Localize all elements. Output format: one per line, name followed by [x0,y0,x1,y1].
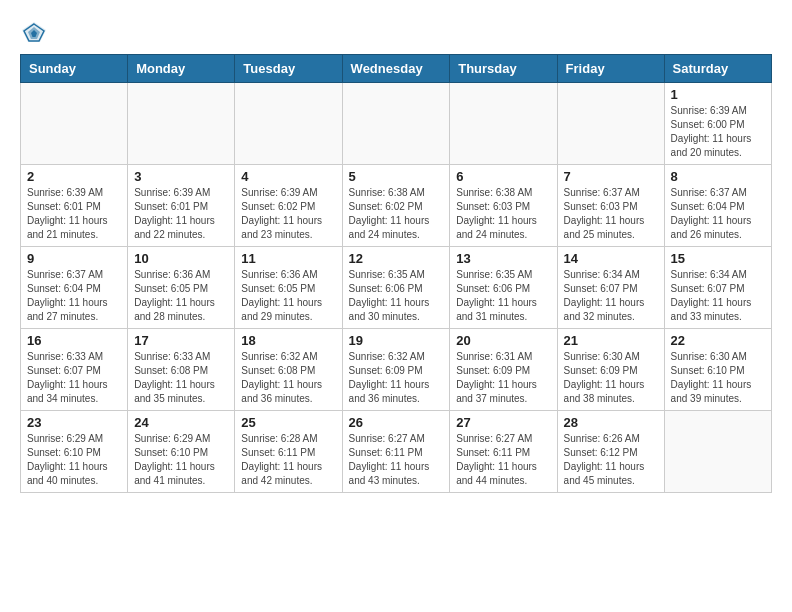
day-info: Sunrise: 6:34 AM Sunset: 6:07 PM Dayligh… [564,268,658,324]
calendar-cell: 3Sunrise: 6:39 AM Sunset: 6:01 PM Daylig… [128,165,235,247]
day-number: 4 [241,169,335,184]
day-info: Sunrise: 6:38 AM Sunset: 6:02 PM Dayligh… [349,186,444,242]
day-info: Sunrise: 6:29 AM Sunset: 6:10 PM Dayligh… [27,432,121,488]
day-info: Sunrise: 6:36 AM Sunset: 6:05 PM Dayligh… [134,268,228,324]
day-number: 3 [134,169,228,184]
weekday-header-sunday: Sunday [21,55,128,83]
calendar-cell: 21Sunrise: 6:30 AM Sunset: 6:09 PM Dayli… [557,329,664,411]
calendar-cell: 7Sunrise: 6:37 AM Sunset: 6:03 PM Daylig… [557,165,664,247]
calendar-cell: 20Sunrise: 6:31 AM Sunset: 6:09 PM Dayli… [450,329,557,411]
day-number: 1 [671,87,765,102]
day-number: 13 [456,251,550,266]
calendar-cell: 2Sunrise: 6:39 AM Sunset: 6:01 PM Daylig… [21,165,128,247]
day-number: 22 [671,333,765,348]
day-number: 9 [27,251,121,266]
calendar-week-2: 2Sunrise: 6:39 AM Sunset: 6:01 PM Daylig… [21,165,772,247]
calendar-cell: 1Sunrise: 6:39 AM Sunset: 6:00 PM Daylig… [664,83,771,165]
day-info: Sunrise: 6:38 AM Sunset: 6:03 PM Dayligh… [456,186,550,242]
day-number: 15 [671,251,765,266]
calendar-cell [128,83,235,165]
day-info: Sunrise: 6:39 AM Sunset: 6:01 PM Dayligh… [134,186,228,242]
weekday-header-thursday: Thursday [450,55,557,83]
day-info: Sunrise: 6:29 AM Sunset: 6:10 PM Dayligh… [134,432,228,488]
day-number: 16 [27,333,121,348]
calendar-week-1: 1Sunrise: 6:39 AM Sunset: 6:00 PM Daylig… [21,83,772,165]
calendar-cell [664,411,771,493]
calendar-cell: 23Sunrise: 6:29 AM Sunset: 6:10 PM Dayli… [21,411,128,493]
calendar-cell: 17Sunrise: 6:33 AM Sunset: 6:08 PM Dayli… [128,329,235,411]
day-info: Sunrise: 6:37 AM Sunset: 6:03 PM Dayligh… [564,186,658,242]
calendar-cell: 11Sunrise: 6:36 AM Sunset: 6:05 PM Dayli… [235,247,342,329]
day-number: 5 [349,169,444,184]
weekday-header-wednesday: Wednesday [342,55,450,83]
day-info: Sunrise: 6:36 AM Sunset: 6:05 PM Dayligh… [241,268,335,324]
day-info: Sunrise: 6:35 AM Sunset: 6:06 PM Dayligh… [349,268,444,324]
page-header [20,20,772,44]
day-info: Sunrise: 6:37 AM Sunset: 6:04 PM Dayligh… [671,186,765,242]
calendar-table: SundayMondayTuesdayWednesdayThursdayFrid… [20,54,772,493]
day-number: 14 [564,251,658,266]
day-info: Sunrise: 6:30 AM Sunset: 6:10 PM Dayligh… [671,350,765,406]
calendar-cell [450,83,557,165]
calendar-cell: 28Sunrise: 6:26 AM Sunset: 6:12 PM Dayli… [557,411,664,493]
day-number: 25 [241,415,335,430]
day-number: 11 [241,251,335,266]
day-number: 26 [349,415,444,430]
calendar-cell [21,83,128,165]
calendar-cell: 13Sunrise: 6:35 AM Sunset: 6:06 PM Dayli… [450,247,557,329]
calendar-week-3: 9Sunrise: 6:37 AM Sunset: 6:04 PM Daylig… [21,247,772,329]
day-info: Sunrise: 6:35 AM Sunset: 6:06 PM Dayligh… [456,268,550,324]
calendar-cell: 25Sunrise: 6:28 AM Sunset: 6:11 PM Dayli… [235,411,342,493]
calendar-cell [235,83,342,165]
day-info: Sunrise: 6:32 AM Sunset: 6:09 PM Dayligh… [349,350,444,406]
calendar-cell: 24Sunrise: 6:29 AM Sunset: 6:10 PM Dayli… [128,411,235,493]
day-number: 21 [564,333,658,348]
day-info: Sunrise: 6:33 AM Sunset: 6:08 PM Dayligh… [134,350,228,406]
calendar-cell: 8Sunrise: 6:37 AM Sunset: 6:04 PM Daylig… [664,165,771,247]
calendar-cell: 15Sunrise: 6:34 AM Sunset: 6:07 PM Dayli… [664,247,771,329]
day-number: 7 [564,169,658,184]
weekday-header-tuesday: Tuesday [235,55,342,83]
weekday-header-monday: Monday [128,55,235,83]
calendar-cell: 26Sunrise: 6:27 AM Sunset: 6:11 PM Dayli… [342,411,450,493]
day-number: 23 [27,415,121,430]
logo [20,20,52,44]
day-info: Sunrise: 6:32 AM Sunset: 6:08 PM Dayligh… [241,350,335,406]
calendar-week-4: 16Sunrise: 6:33 AM Sunset: 6:07 PM Dayli… [21,329,772,411]
day-info: Sunrise: 6:33 AM Sunset: 6:07 PM Dayligh… [27,350,121,406]
logo-icon [20,20,48,44]
calendar-cell: 4Sunrise: 6:39 AM Sunset: 6:02 PM Daylig… [235,165,342,247]
day-number: 24 [134,415,228,430]
day-info: Sunrise: 6:39 AM Sunset: 6:02 PM Dayligh… [241,186,335,242]
weekday-header-friday: Friday [557,55,664,83]
calendar-cell: 6Sunrise: 6:38 AM Sunset: 6:03 PM Daylig… [450,165,557,247]
day-info: Sunrise: 6:37 AM Sunset: 6:04 PM Dayligh… [27,268,121,324]
weekday-header-row: SundayMondayTuesdayWednesdayThursdayFrid… [21,55,772,83]
calendar-cell: 14Sunrise: 6:34 AM Sunset: 6:07 PM Dayli… [557,247,664,329]
weekday-header-saturday: Saturday [664,55,771,83]
calendar-cell: 5Sunrise: 6:38 AM Sunset: 6:02 PM Daylig… [342,165,450,247]
calendar-cell: 22Sunrise: 6:30 AM Sunset: 6:10 PM Dayli… [664,329,771,411]
day-number: 12 [349,251,444,266]
calendar-cell: 27Sunrise: 6:27 AM Sunset: 6:11 PM Dayli… [450,411,557,493]
day-number: 20 [456,333,550,348]
calendar-week-5: 23Sunrise: 6:29 AM Sunset: 6:10 PM Dayli… [21,411,772,493]
calendar-cell: 19Sunrise: 6:32 AM Sunset: 6:09 PM Dayli… [342,329,450,411]
day-number: 10 [134,251,228,266]
day-info: Sunrise: 6:27 AM Sunset: 6:11 PM Dayligh… [349,432,444,488]
day-info: Sunrise: 6:28 AM Sunset: 6:11 PM Dayligh… [241,432,335,488]
calendar-cell: 12Sunrise: 6:35 AM Sunset: 6:06 PM Dayli… [342,247,450,329]
day-number: 8 [671,169,765,184]
day-number: 27 [456,415,550,430]
day-info: Sunrise: 6:39 AM Sunset: 6:00 PM Dayligh… [671,104,765,160]
calendar-cell [557,83,664,165]
day-info: Sunrise: 6:39 AM Sunset: 6:01 PM Dayligh… [27,186,121,242]
day-info: Sunrise: 6:26 AM Sunset: 6:12 PM Dayligh… [564,432,658,488]
day-number: 17 [134,333,228,348]
day-number: 6 [456,169,550,184]
day-info: Sunrise: 6:34 AM Sunset: 6:07 PM Dayligh… [671,268,765,324]
calendar-cell: 9Sunrise: 6:37 AM Sunset: 6:04 PM Daylig… [21,247,128,329]
calendar-cell: 18Sunrise: 6:32 AM Sunset: 6:08 PM Dayli… [235,329,342,411]
calendar-cell [342,83,450,165]
day-info: Sunrise: 6:30 AM Sunset: 6:09 PM Dayligh… [564,350,658,406]
